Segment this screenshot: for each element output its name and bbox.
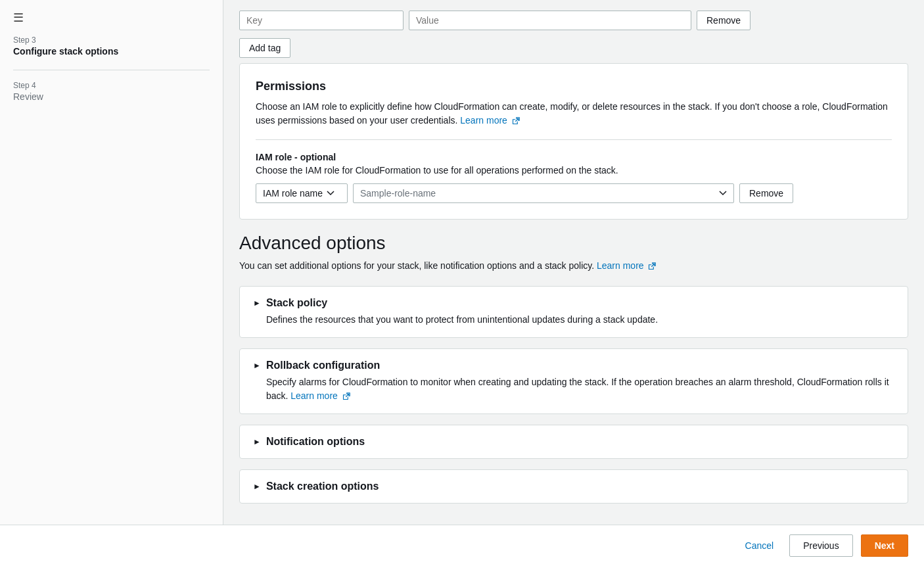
step3-title: Configure stack options (13, 46, 210, 57)
tag-value-input[interactable] (409, 11, 691, 30)
iam-role-description: Choose the IAM role for CloudFormation t… (256, 165, 892, 176)
step4-number: Step 4 (13, 81, 210, 90)
stack-policy-section: ► Stack policy Defines the resources tha… (239, 286, 908, 338)
stack-policy-desc: Defines the resources that you want to p… (266, 313, 894, 327)
menu-icon[interactable]: ☰ (13, 11, 210, 25)
rollback-config-content: Rollback configuration Specify alarms fo… (266, 360, 894, 403)
advanced-learn-more-link[interactable]: Learn more (597, 260, 656, 271)
previous-button[interactable]: Previous (789, 534, 852, 557)
stack-policy-title: Stack policy (266, 297, 894, 309)
step3-item: Step 3 Configure stack options (13, 35, 210, 57)
permissions-learn-more-link[interactable]: Learn more (460, 115, 519, 126)
footer: Cancel Previous Next (0, 525, 924, 566)
stack-creation-options-title: Stack creation options (266, 481, 894, 492)
tag-row: Remove (239, 11, 908, 30)
stack-creation-options-content: Stack creation options (266, 481, 894, 492)
stack-policy-arrow: ► (253, 298, 261, 308)
step-divider (13, 70, 210, 70)
permissions-description: Choose an IAM role to explicitly define … (256, 100, 892, 128)
stack-creation-options-section: ► Stack creation options (239, 469, 908, 504)
remove-role-button[interactable]: Remove (739, 183, 793, 203)
cancel-button[interactable]: Cancel (737, 535, 782, 556)
notification-options-title: Notification options (266, 436, 894, 448)
add-tag-button[interactable]: Add tag (239, 38, 290, 58)
advanced-options-description: You can set additional options for your … (239, 259, 908, 273)
dropdown-arrow-icon (327, 191, 335, 196)
rollback-external-link-icon (342, 392, 350, 400)
iam-role-label: IAM role - optional (256, 152, 892, 162)
step4-title: Review (13, 91, 210, 102)
next-button[interactable]: Next (861, 534, 908, 557)
iam-role-name-select[interactable]: Sample-role-name (353, 183, 734, 203)
remove-tag-button[interactable]: Remove (697, 11, 751, 30)
step3-number: Step 3 (13, 35, 210, 45)
main-content: Remove Add tag Permissions Choose an IAM… (223, 0, 924, 566)
iam-row: IAM role name Sample-role-name Remove (256, 183, 892, 203)
rollback-config-section: ► Rollback configuration Specify alarms … (239, 348, 908, 414)
permissions-card: Permissions Choose an IAM role to explic… (239, 63, 908, 220)
permissions-title: Permissions (256, 80, 892, 93)
stack-creation-options-arrow: ► (253, 482, 261, 491)
stack-policy-content: Stack policy Defines the resources that … (266, 297, 894, 327)
rollback-config-title: Rollback configuration (266, 360, 894, 371)
stack-creation-options-header[interactable]: ► Stack creation options (240, 470, 908, 503)
advanced-external-link-icon (648, 262, 656, 270)
notification-options-section: ► Notification options (239, 425, 908, 459)
external-link-icon (512, 117, 520, 125)
stack-policy-header[interactable]: ► Stack policy Defines the resources tha… (240, 287, 908, 337)
notification-options-arrow: ► (253, 437, 261, 446)
permissions-divider (256, 139, 892, 140)
rollback-learn-more-link[interactable]: Learn more (290, 390, 350, 401)
sidebar: ☰ Step 3 Configure stack options Step 4 … (0, 0, 223, 566)
rollback-config-header[interactable]: ► Rollback configuration Specify alarms … (240, 349, 908, 413)
role-dropdown-arrow-icon (719, 191, 727, 196)
step4-item: Step 4 Review (13, 81, 210, 102)
advanced-options-title: Advanced options (239, 233, 908, 254)
notification-options-content: Notification options (266, 436, 894, 448)
iam-role-type-select[interactable]: IAM role name (256, 183, 348, 203)
tag-key-input[interactable] (239, 11, 404, 30)
rollback-config-desc: Specify alarms for CloudFormation to mon… (266, 375, 894, 403)
rollback-config-arrow: ► (253, 361, 261, 370)
notification-options-header[interactable]: ► Notification options (240, 425, 908, 458)
